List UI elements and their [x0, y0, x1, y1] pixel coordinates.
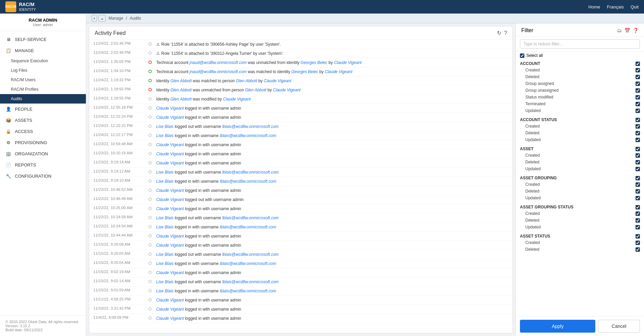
filter-help-icon[interactable]: ❓ [633, 28, 639, 33]
activity-link[interactable]: Lise Blais [156, 179, 173, 184]
activity-link[interactable]: Claude Vigeant [325, 69, 352, 74]
sidebar-item-organization[interactable]: 🏢 ORGANIZATION [0, 148, 86, 159]
filter-option-checkbox[interactable] [636, 189, 640, 194]
activity-link[interactable]: Claude Vigeant [223, 97, 251, 102]
sidebar-item-racm-profiles[interactable]: RAC/M Profiles [0, 85, 86, 94]
activity-link[interactable]: Claude Vigeant [156, 106, 184, 111]
activity-link[interactable]: Lise Blais [156, 124, 173, 129]
activity-link[interactable]: Georges Belec [291, 69, 318, 74]
activity-link[interactable]: lblais@wcd8w.onmicrosoft.com [220, 289, 276, 293]
activity-link[interactable]: lblais@wcd8w.onmicrosoft.com [222, 124, 279, 129]
activity-link[interactable]: Lise Blais [156, 216, 173, 220]
sidebar-item-sequence-execution[interactable]: Sequence Execution [0, 56, 86, 66]
activity-link[interactable]: lblais@wcd8w.onmicrosoft.com [222, 170, 279, 175]
activity-link[interactable]: Claude Vigeant [156, 270, 184, 275]
filter-category-checkbox[interactable] [636, 147, 640, 151]
activity-link[interactable]: lblais@wcd8w.onmicrosoft.com [222, 252, 279, 257]
activity-link[interactable]: Glen Abbott [170, 97, 192, 102]
filter-option-checkbox[interactable] [636, 138, 640, 142]
filter-category-checkbox[interactable] [636, 176, 640, 180]
filter-option-checkbox[interactable] [636, 109, 640, 113]
nav-back-button[interactable]: ‹ [92, 15, 97, 22]
filter-option-checkbox[interactable] [636, 75, 640, 79]
activity-link[interactable]: Claude Vigeant [334, 60, 362, 65]
activity-link[interactable]: Claude Vigeant [156, 152, 184, 156]
activity-link[interactable]: Lise Blais [156, 133, 173, 138]
filter-option-checkbox[interactable] [636, 124, 640, 129]
filter-option-checkbox[interactable] [636, 153, 640, 158]
activity-link[interactable]: Claude Vigeant [156, 115, 184, 120]
sidebar-item-configuration[interactable]: 🔧 CONFIGURATION [0, 171, 86, 182]
activity-link[interactable]: Claude Vigeant [156, 142, 184, 147]
activity-link[interactable]: jnaud@wcd8w.onmicrosoft.com [190, 69, 247, 74]
apply-button[interactable]: Apply [520, 320, 595, 333]
activity-link[interactable]: Claude Vigeant [156, 243, 184, 248]
activity-link[interactable]: Claude Vigeant [156, 206, 184, 211]
sidebar-item-self-service[interactable]: 🖥 SELF-SERVICE [0, 34, 86, 45]
filter-option-checkbox[interactable] [636, 160, 640, 164]
sidebar-item-assets[interactable]: 📦 ASSETS [0, 115, 86, 126]
select-all-checkbox[interactable] [520, 53, 524, 58]
filter-category-checkbox[interactable] [636, 205, 640, 209]
filter-option-checkbox[interactable] [636, 225, 640, 229]
filter-option-checkbox[interactable] [636, 182, 640, 187]
quit-link[interactable]: Quit [630, 4, 639, 9]
activity-link[interactable]: Lise Blais [156, 170, 173, 175]
activity-link[interactable]: Claude Vigeant [156, 234, 184, 239]
activity-link[interactable]: lblais@wcd8w.onmicrosoft.com [220, 225, 276, 229]
activity-link[interactable]: lblais@wcd8w.onmicrosoft.com [222, 216, 279, 220]
filter-category-checkbox[interactable] [636, 62, 640, 66]
filter-option-checkbox[interactable] [636, 95, 640, 99]
activity-link[interactable]: Lise Blais [156, 225, 173, 229]
activity-link[interactable]: Claude Vigeant [264, 79, 291, 83]
refresh-button[interactable]: ↻ [497, 30, 501, 36]
filter-option-checkbox[interactable] [636, 68, 640, 72]
sidebar-item-people[interactable]: 👤 PEOPLE [0, 104, 86, 115]
activity-link[interactable]: Glen Abbott [245, 88, 266, 92]
activity-link[interactable]: Claude Vigeant [156, 188, 184, 193]
activity-link[interactable]: Claude Vigeant [156, 316, 184, 321]
filter-option-checkbox[interactable] [636, 82, 640, 86]
activity-link[interactable]: Lise Blais [156, 261, 173, 266]
filter-search-input[interactable] [520, 39, 640, 49]
filter-option-checkbox[interactable] [636, 167, 640, 171]
filter-option-checkbox[interactable] [636, 131, 640, 135]
activity-link[interactable]: Claude Vigeant [156, 197, 184, 202]
activity-link[interactable]: Glen Abbott [170, 79, 192, 83]
activity-link[interactable]: jnaud@wcd8w.onmicrosoft.com [190, 60, 247, 65]
activity-link[interactable]: Lise Blais [156, 279, 173, 284]
language-link[interactable]: Français [607, 4, 624, 9]
nav-down-button[interactable]: ⌄ [98, 15, 106, 22]
filter-category-checkbox[interactable] [636, 118, 640, 122]
activity-link[interactable]: Claude Vigeant [156, 298, 184, 303]
activity-link[interactable]: Lise Blais [156, 252, 173, 257]
activity-link[interactable]: Glen Abbott [170, 88, 192, 92]
activity-link[interactable]: Claude Vigeant [273, 88, 301, 92]
cancel-button[interactable]: Cancel [598, 320, 640, 333]
sidebar-item-audits[interactable]: Audits [0, 94, 86, 104]
activity-link[interactable]: Georges Belec [301, 60, 327, 65]
activity-link[interactable]: lblais@wcd8w.onmicrosoft.com [220, 133, 276, 138]
activity-link[interactable]: lblais@wcd8w.onmicrosoft.com [220, 261, 276, 266]
sidebar-item-manage[interactable]: 📋 MANAGE [0, 45, 86, 56]
filter-option-checkbox[interactable] [636, 218, 640, 223]
activity-link[interactable]: Lise Blais [156, 289, 173, 293]
sidebar-item-access[interactable]: 🔒 ACCESS [0, 126, 86, 137]
activity-link[interactable]: Claude Vigeant [156, 307, 184, 312]
filter-category-checkbox[interactable] [636, 234, 640, 239]
help-button[interactable]: ? [504, 30, 507, 36]
filter-calendar-icon[interactable]: 📅 [624, 28, 630, 33]
filter-icon-1[interactable]: 🗂 [617, 28, 622, 33]
activity-link[interactable]: lblais@wcd8w.onmicrosoft.com [220, 179, 276, 184]
filter-option-checkbox[interactable] [636, 102, 640, 106]
filter-option-checkbox[interactable] [636, 88, 640, 93]
sidebar-item-provisioning[interactable]: ⚙ PROVISIONING [0, 137, 86, 148]
sidebar-item-racm-users[interactable]: RAC/M Users [0, 75, 86, 85]
filter-option-checkbox[interactable] [636, 196, 640, 200]
home-link[interactable]: Home [589, 4, 600, 9]
sidebar-item-log-files[interactable]: Log Files [0, 66, 86, 75]
activity-link[interactable]: lblais@wcd8w.onmicrosoft.com [222, 279, 279, 284]
sidebar-item-reports[interactable]: 📄 REPORTS [0, 159, 86, 171]
activity-link[interactable]: Claude Vigeant [156, 161, 184, 165]
filter-option-checkbox[interactable] [636, 211, 640, 216]
